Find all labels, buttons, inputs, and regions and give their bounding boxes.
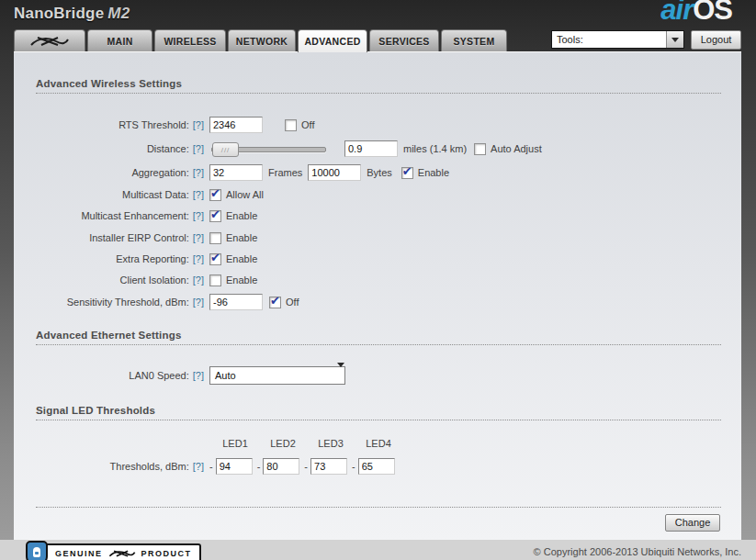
row-multicast-data: Multicast Data:[?] Allow All [36, 185, 264, 204]
multicast-enhancement-checkbox[interactable] [209, 210, 221, 222]
extra-reporting-help-link[interactable]: [?] [193, 253, 204, 264]
badge-genuine-label: GENUINE [55, 549, 103, 558]
row-led-thresholds: Thresholds, dBm:[?] - - - - [36, 457, 395, 476]
tab-wireless-label: WIRELESS [164, 36, 216, 47]
aggregation-label: Aggregation:[?] [36, 167, 204, 178]
led3-dash: - [304, 461, 308, 472]
tools-dropdown-arrow[interactable] [666, 31, 683, 48]
tab-advanced-label: ADVANCED [304, 36, 360, 47]
logout-button[interactable]: Logout [691, 30, 741, 50]
tab-system-label: SYSTEM [454, 36, 495, 47]
led-thresholds-help-link[interactable]: [?] [193, 461, 204, 472]
multicast-data-label: Multicast Data:[?] [36, 189, 204, 200]
tools-dropdown[interactable]: Tools: [551, 30, 684, 49]
rts-help-link[interactable]: [?] [193, 119, 204, 130]
client-isolation-checkbox[interactable] [209, 274, 221, 286]
section-title-led: Signal LED Thresholds [36, 405, 721, 420]
rts-threshold-input[interactable] [209, 117, 263, 133]
row-aggregation: Aggregation:[?] Frames Bytes Enable [36, 163, 449, 182]
section-title-wireless: Advanced Wireless Settings [36, 78, 721, 94]
aggregation-frames-label: Frames [268, 167, 302, 178]
client-isolation-label: Client Isolation:[?] [36, 274, 204, 286]
aggregation-frames-input[interactable] [209, 164, 263, 181]
client-isolation-help-link[interactable]: [?] [193, 274, 204, 286]
sensitivity-threshold-input[interactable] [209, 294, 263, 310]
aggregation-help-link[interactable]: [?] [193, 167, 204, 178]
aggregation-enable-label: Enable [418, 167, 449, 178]
device-name: NanoBridge [14, 5, 104, 22]
lan0-speed-label: LAN0 Speed:[?] [36, 370, 204, 381]
installer-eirp-checkbox-label: Enable [226, 232, 257, 243]
sensitivity-off-checkbox[interactable] [269, 297, 281, 308]
extra-reporting-label: Extra Reporting:[?] [36, 253, 204, 264]
tab-main[interactable]: MAIN [87, 29, 152, 51]
multicast-enhancement-checkbox-label: Enable [226, 210, 257, 221]
footer-bar: GENUINE PRODUCT © Copyright 2006-2013 Ub… [0, 540, 756, 560]
row-multicast-enhancement: Multicast Enhancement:[?] Enable [36, 207, 257, 225]
extra-reporting-checkbox[interactable] [209, 253, 221, 265]
distance-help-link[interactable]: [?] [193, 143, 204, 154]
led4-dash: - [352, 461, 355, 472]
installer-eirp-help-link[interactable]: [?] [193, 232, 204, 243]
installer-eirp-checkbox[interactable] [209, 232, 221, 244]
distance-slider-thumb[interactable]: /// [212, 142, 239, 157]
tab-bar: MAIN WIRELESS NETWORK ADVANCED SERVICES … [14, 29, 509, 51]
row-lan0-speed: LAN0 Speed:[?] Auto [36, 366, 345, 385]
multicast-data-checkbox-label: Allow All [226, 189, 264, 200]
row-client-isolation: Client Isolation:[?] Enable [36, 271, 257, 289]
genuine-product-badge: GENUINE PRODUCT [26, 541, 201, 560]
multicast-data-help-link[interactable]: [?] [193, 189, 204, 200]
extra-reporting-checkbox-label: Enable [226, 253, 257, 264]
tab-system[interactable]: SYSTEM [441, 29, 507, 51]
aggregation-enable-checkbox[interactable] [401, 167, 413, 179]
lan0-select-arrow[interactable] [337, 367, 344, 384]
badge-product-label: PRODUCT [141, 549, 192, 558]
tab-services-label: SERVICES [378, 36, 429, 47]
multicast-enhancement-help-link[interactable]: [?] [193, 210, 204, 221]
main-content: Advanced Wireless Settings RTS Threshold… [14, 51, 741, 541]
row-rts-threshold: RTS Threshold:[?] Off [36, 116, 314, 134]
auto-adjust-label: Auto Adjust [491, 143, 542, 154]
change-button[interactable]: Change [665, 514, 720, 532]
auto-adjust-checkbox[interactable] [474, 143, 486, 155]
multicast-data-checkbox[interactable] [209, 189, 221, 201]
rts-off-checkbox[interactable] [285, 119, 297, 131]
distance-slider[interactable]: /// [211, 142, 326, 155]
led2-dash: - [257, 461, 261, 472]
copyright-text: © Copyright 2006-2013 Ubiquiti Networks,… [534, 546, 741, 557]
tab-network-label: NETWORK [236, 36, 288, 47]
aggregation-bytes-label: Bytes [367, 167, 392, 178]
row-sensitivity-threshold: Sensitivity Threshold, dBm:[?] Off [36, 293, 299, 311]
led3-threshold-input[interactable] [310, 458, 347, 475]
row-extra-reporting: Extra Reporting:[?] Enable [36, 250, 257, 268]
sensitivity-threshold-label: Sensitivity Threshold, dBm:[?] [36, 297, 204, 308]
tab-home-logo[interactable] [14, 29, 85, 51]
led2-threshold-input[interactable] [263, 458, 299, 475]
tab-advanced[interactable]: ADVANCED [298, 29, 367, 52]
led4-threshold-input[interactable] [358, 458, 395, 475]
chevron-down-icon [337, 363, 344, 378]
airos-logo-air: air [660, 0, 693, 26]
distance-input[interactable] [344, 140, 398, 157]
tab-services[interactable]: SERVICES [369, 29, 439, 51]
aggregation-bytes-input[interactable] [308, 164, 361, 181]
lan0-speed-value: Auto [210, 370, 337, 381]
lan0-speed-select[interactable]: Auto [209, 366, 345, 385]
led2-column-label: LED2 [265, 438, 301, 449]
ubiquiti-logo-icon [108, 549, 136, 558]
led3-column-label: LED3 [312, 438, 349, 449]
section-title-ethernet: Advanced Ethernet Settings [36, 330, 721, 345]
led-thresholds-label: Thresholds, dBm:[?] [36, 461, 204, 472]
distance-unit-label: miles (1.4 km) [403, 143, 467, 154]
rts-threshold-label: RTS Threshold:[?] [36, 119, 204, 130]
rts-off-label: Off [301, 119, 314, 130]
tab-network[interactable]: NETWORK [228, 29, 296, 51]
client-isolation-checkbox-label: Enable [226, 274, 257, 286]
genuine-product-pill: GENUINE PRODUCT [42, 543, 201, 560]
multicast-enhancement-label: Multicast Enhancement:[?] [36, 210, 204, 221]
sensitivity-help-link[interactable]: [?] [193, 297, 204, 308]
lan0-help-link[interactable]: [?] [193, 370, 204, 381]
led1-threshold-input[interactable] [216, 458, 253, 475]
ubiquiti-logo-icon [29, 35, 70, 48]
tab-wireless[interactable]: WIRELESS [154, 29, 226, 51]
